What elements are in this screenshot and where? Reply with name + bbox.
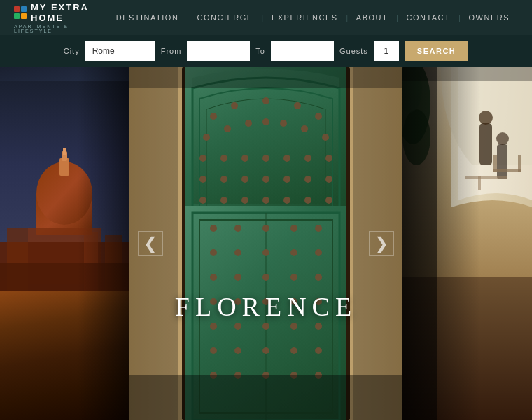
svg-point-18 bbox=[262, 97, 270, 104]
search-bar: City From To Guests SEARCH bbox=[0, 35, 532, 67]
svg-point-82 bbox=[290, 347, 298, 354]
svg-point-35 bbox=[200, 176, 206, 183]
svg-point-29 bbox=[220, 155, 227, 162]
brand-tagline: APARTMENTS & LIFESTYLE bbox=[14, 24, 108, 34]
svg-point-43 bbox=[220, 197, 227, 204]
svg-point-76 bbox=[262, 323, 270, 330]
svg-point-41 bbox=[326, 176, 332, 183]
svg-point-77 bbox=[290, 323, 298, 330]
svg-point-57 bbox=[290, 225, 298, 232]
svg-point-68 bbox=[315, 274, 322, 281]
brand-name: MY EXTRA HOME bbox=[31, 2, 108, 23]
from-date-input[interactable] bbox=[187, 41, 250, 61]
nav-contact[interactable]: CONTACT bbox=[398, 13, 458, 22]
svg-point-48 bbox=[326, 197, 332, 204]
svg-rect-90 bbox=[130, 375, 402, 420]
hero-next-button[interactable]: ❯ bbox=[369, 231, 394, 256]
svg-point-75 bbox=[234, 323, 241, 330]
to-date-input[interactable] bbox=[271, 41, 334, 61]
logo-squares-icon bbox=[14, 6, 27, 19]
svg-point-38 bbox=[262, 176, 270, 183]
left-overlay bbox=[0, 67, 130, 420]
svg-point-45 bbox=[262, 197, 270, 204]
svg-point-40 bbox=[304, 176, 312, 183]
hero-right-panel bbox=[402, 67, 532, 420]
svg-point-22 bbox=[224, 125, 231, 132]
hero-city-label: FLORENCE bbox=[175, 291, 357, 322]
svg-point-33 bbox=[304, 155, 312, 162]
guests-input[interactable] bbox=[374, 41, 399, 61]
svg-point-62 bbox=[290, 249, 298, 256]
header: MY EXTRA HOME APARTMENTS & LIFESTYLE DES… bbox=[0, 0, 532, 35]
hero-prev-button[interactable]: ❮ bbox=[138, 231, 163, 256]
svg-point-25 bbox=[280, 120, 287, 127]
city-input[interactable] bbox=[85, 41, 155, 61]
svg-point-58 bbox=[315, 225, 322, 232]
search-button[interactable]: SEARCH bbox=[405, 41, 468, 61]
svg-point-21 bbox=[203, 134, 210, 141]
svg-point-78 bbox=[315, 323, 322, 330]
svg-point-28 bbox=[200, 155, 206, 162]
to-label: To bbox=[255, 47, 265, 55]
svg-point-36 bbox=[220, 176, 227, 183]
logo-sq-green bbox=[14, 13, 20, 19]
svg-point-44 bbox=[241, 197, 248, 204]
guests-label: Guests bbox=[340, 47, 368, 55]
hero-center-panel: FLORENCE ❮ ❯ bbox=[130, 67, 402, 420]
logo-icon: MY EXTRA HOME bbox=[14, 2, 108, 23]
svg-point-23 bbox=[245, 120, 252, 127]
svg-point-46 bbox=[284, 197, 290, 204]
svg-point-67 bbox=[290, 274, 298, 281]
nav-experiences[interactable]: EXPERIENCES bbox=[263, 13, 346, 22]
svg-point-20 bbox=[315, 113, 322, 120]
svg-point-16 bbox=[210, 113, 217, 120]
svg-point-39 bbox=[284, 176, 290, 183]
svg-point-37 bbox=[241, 176, 248, 183]
svg-point-30 bbox=[241, 155, 248, 162]
hero-left-panel bbox=[0, 67, 130, 420]
svg-point-63 bbox=[315, 249, 322, 256]
svg-rect-89 bbox=[130, 67, 402, 88]
city-label: City bbox=[64, 47, 80, 55]
svg-point-79 bbox=[210, 347, 217, 354]
svg-point-81 bbox=[262, 347, 270, 354]
svg-point-59 bbox=[210, 249, 217, 256]
hero-section: FLORENCE ❮ ❯ bbox=[0, 67, 532, 420]
nav-concierge[interactable]: CONCIERGE bbox=[189, 13, 262, 22]
right-overlay bbox=[402, 67, 532, 420]
svg-point-80 bbox=[234, 347, 241, 354]
svg-point-83 bbox=[315, 347, 322, 354]
svg-point-26 bbox=[301, 125, 308, 132]
svg-point-74 bbox=[210, 323, 217, 330]
svg-point-60 bbox=[234, 249, 241, 256]
svg-point-56 bbox=[262, 225, 270, 232]
svg-point-47 bbox=[304, 197, 312, 204]
nav-destination[interactable]: DESTINATION bbox=[108, 13, 188, 22]
logo-sq-red bbox=[14, 6, 20, 12]
from-label: From bbox=[161, 47, 182, 55]
svg-point-32 bbox=[284, 155, 290, 162]
svg-point-27 bbox=[322, 134, 329, 141]
svg-point-42 bbox=[200, 197, 206, 204]
svg-point-54 bbox=[210, 225, 217, 232]
svg-point-66 bbox=[262, 274, 270, 281]
svg-point-65 bbox=[234, 274, 241, 281]
svg-point-17 bbox=[231, 102, 238, 109]
door-svg bbox=[130, 67, 402, 420]
svg-point-24 bbox=[262, 118, 270, 125]
svg-point-31 bbox=[262, 155, 270, 162]
svg-point-64 bbox=[210, 274, 217, 281]
logo-sq-yellow bbox=[21, 13, 27, 19]
logo-sq-blue bbox=[21, 6, 27, 12]
svg-point-34 bbox=[326, 155, 332, 162]
logo-area: MY EXTRA HOME APARTMENTS & LIFESTYLE bbox=[14, 2, 108, 34]
svg-point-61 bbox=[262, 249, 270, 256]
nav-about[interactable]: ABOUT bbox=[348, 13, 396, 22]
main-nav: DESTINATION | CONCIERGE | EXPERIENCES | … bbox=[108, 13, 518, 22]
svg-point-19 bbox=[294, 102, 301, 109]
svg-point-55 bbox=[234, 225, 241, 232]
nav-owners[interactable]: OWNERS bbox=[461, 13, 519, 22]
